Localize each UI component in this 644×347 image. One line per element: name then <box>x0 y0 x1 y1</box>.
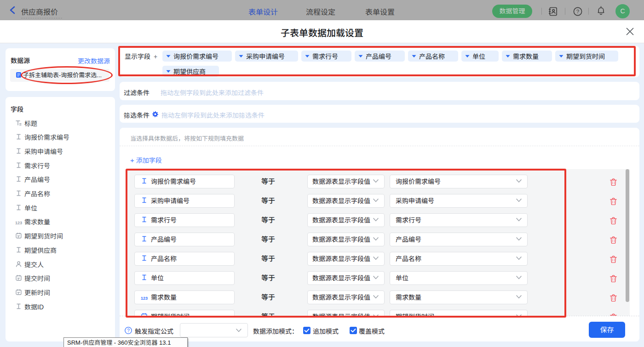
svg-text:?: ? <box>127 328 130 333</box>
svg-text:?: ? <box>576 9 579 14</box>
